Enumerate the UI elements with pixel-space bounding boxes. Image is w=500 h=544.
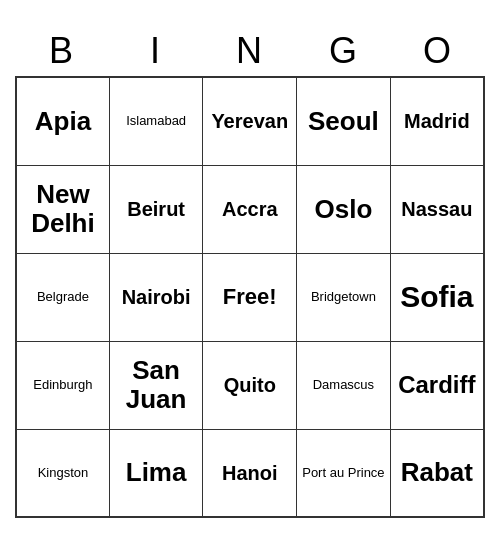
header-i: I: [109, 26, 203, 76]
cell-r1-c4: Nassau: [390, 165, 484, 253]
table-row: BelgradeNairobiFree!BridgetownSofia: [16, 253, 484, 341]
cell-r2-c1: Nairobi: [109, 253, 203, 341]
cell-r2-c0: Belgrade: [16, 253, 109, 341]
cell-r1-c2: Accra: [203, 165, 297, 253]
cell-r4-c4: Rabat: [390, 429, 484, 517]
cell-r3-c2: Quito: [203, 341, 297, 429]
table-row: KingstonLimaHanoiPort au PrinceRabat: [16, 429, 484, 517]
cell-r0-c1: Islamabad: [109, 77, 203, 165]
cell-r1-c1: Beirut: [109, 165, 203, 253]
cell-r3-c3: Damascus: [297, 341, 391, 429]
cell-r0-c3: Seoul: [297, 77, 391, 165]
header-b: B: [15, 26, 109, 76]
table-row: ApiaIslamabadYerevanSeoulMadrid: [16, 77, 484, 165]
cell-r3-c1: San Juan: [109, 341, 203, 429]
header-g: G: [297, 26, 391, 76]
bingo-header: B I N G O: [15, 26, 485, 76]
cell-r2-c4: Sofia: [390, 253, 484, 341]
table-row: New DelhiBeirutAccraOsloNassau: [16, 165, 484, 253]
cell-r3-c0: Edinburgh: [16, 341, 109, 429]
cell-r4-c3: Port au Prince: [297, 429, 391, 517]
cell-r3-c4: Cardiff: [390, 341, 484, 429]
cell-r0-c0: Apia: [16, 77, 109, 165]
cell-r4-c1: Lima: [109, 429, 203, 517]
cell-r1-c0: New Delhi: [16, 165, 109, 253]
cell-r1-c3: Oslo: [297, 165, 391, 253]
table-row: EdinburghSan JuanQuitoDamascusCardiff: [16, 341, 484, 429]
header-n: N: [203, 26, 297, 76]
bingo-grid: ApiaIslamabadYerevanSeoulMadridNew Delhi…: [15, 76, 485, 518]
cell-r0-c2: Yerevan: [203, 77, 297, 165]
header-o: O: [391, 26, 485, 76]
cell-r2-c2: Free!: [203, 253, 297, 341]
cell-r4-c0: Kingston: [16, 429, 109, 517]
cell-r2-c3: Bridgetown: [297, 253, 391, 341]
cell-r0-c4: Madrid: [390, 77, 484, 165]
bingo-card-container: B I N G O ApiaIslamabadYerevanSeoulMadri…: [15, 26, 485, 518]
cell-r4-c2: Hanoi: [203, 429, 297, 517]
